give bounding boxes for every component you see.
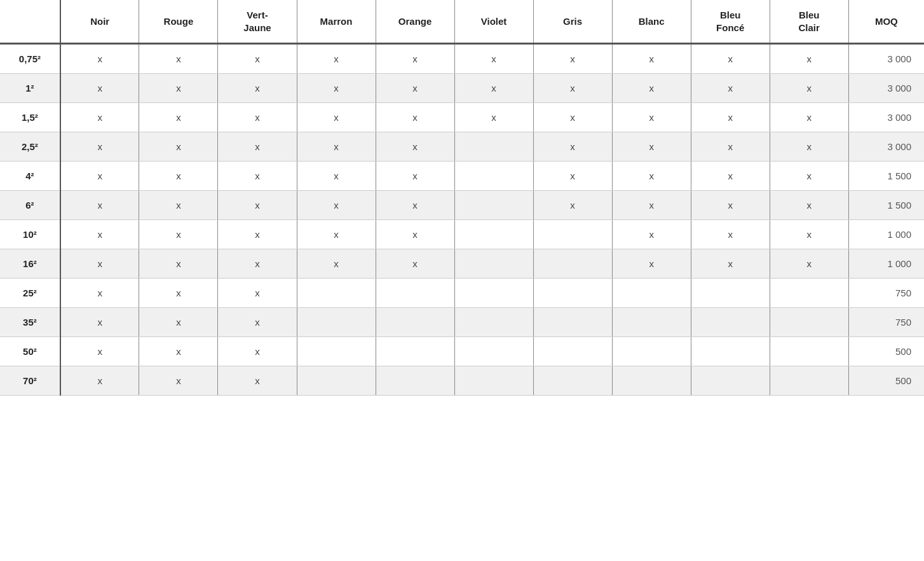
cell-bleu-fonce: [691, 279, 770, 308]
cell-rouge: x: [139, 132, 218, 162]
cell-vert-jaune: x: [218, 191, 297, 220]
header-gris: Gris: [533, 0, 612, 44]
cell-orange: x: [376, 249, 454, 279]
table-row: 35²xxx750: [0, 308, 924, 337]
header-vert-jaune: Vert-Jaune: [218, 0, 297, 44]
cell-orange: [376, 279, 454, 308]
cell-marron: x: [297, 191, 376, 220]
cell-noir: x: [60, 132, 139, 162]
cell-blanc: [612, 308, 691, 337]
cell-vert-jaune: x: [218, 220, 297, 249]
cell-bleu-clair: x: [770, 191, 848, 220]
cell-bleu-clair: x: [770, 74, 848, 103]
cell-bleu-clair: x: [770, 220, 848, 249]
cell-gris: x: [533, 74, 612, 103]
cell-violet: [454, 279, 533, 308]
cell-marron: x: [297, 103, 376, 132]
cell-marron: [297, 337, 376, 366]
cell-gris: x: [533, 103, 612, 132]
table-row: 2,5²xxxxxxxxx3 000: [0, 132, 924, 162]
cell-vert-jaune: x: [218, 337, 297, 366]
cell-vert-jaune: x: [218, 366, 297, 396]
cell-rouge: x: [139, 337, 218, 366]
cell-vert-jaune: x: [218, 279, 297, 308]
header-bleu-clair: BleuClair: [770, 0, 848, 44]
cell-marron: x: [297, 74, 376, 103]
cell-orange: x: [376, 103, 454, 132]
cell-gris: x: [533, 132, 612, 162]
cell-moq: 750: [848, 308, 924, 337]
header-bleu-fonce: BleuFoncé: [691, 0, 770, 44]
cell-vert-jaune: x: [218, 132, 297, 162]
table-row: 1²xxxxxxxxxx3 000: [0, 74, 924, 103]
table-row: 50²xxx500: [0, 337, 924, 366]
cell-marron: [297, 279, 376, 308]
cell-noir: x: [60, 366, 139, 396]
cell-vert-jaune: x: [218, 74, 297, 103]
cell-bleu-fonce: [691, 308, 770, 337]
header-row: Noir Rouge Vert-Jaune Marron Orange Viol…: [0, 0, 924, 44]
row-label: 4²: [0, 162, 60, 191]
cell-noir: x: [60, 220, 139, 249]
cell-orange: x: [376, 162, 454, 191]
table-row: 1,5²xxxxxxxxxx3 000: [0, 103, 924, 132]
row-label: 6²: [0, 191, 60, 220]
cell-violet: x: [454, 44, 533, 74]
cell-vert-jaune: x: [218, 249, 297, 279]
cell-gris: [533, 337, 612, 366]
cell-moq: 1 000: [848, 220, 924, 249]
cell-violet: x: [454, 74, 533, 103]
cell-blanc: x: [612, 191, 691, 220]
cell-noir: x: [60, 74, 139, 103]
cell-bleu-fonce: x: [691, 249, 770, 279]
cell-bleu-fonce: x: [691, 44, 770, 74]
cell-noir: x: [60, 103, 139, 132]
cell-moq: 1 500: [848, 191, 924, 220]
cell-blanc: x: [612, 74, 691, 103]
cell-bleu-fonce: x: [691, 132, 770, 162]
cell-bleu-fonce: x: [691, 191, 770, 220]
cell-bleu-fonce: x: [691, 103, 770, 132]
cell-rouge: x: [139, 220, 218, 249]
cell-orange: x: [376, 220, 454, 249]
cell-blanc: x: [612, 249, 691, 279]
cell-orange: [376, 337, 454, 366]
cell-marron: x: [297, 44, 376, 74]
cell-moq: 3 000: [848, 103, 924, 132]
cell-moq: 3 000: [848, 44, 924, 74]
cell-marron: x: [297, 132, 376, 162]
cell-bleu-clair: [770, 308, 848, 337]
cell-rouge: x: [139, 103, 218, 132]
cell-blanc: x: [612, 44, 691, 74]
cell-marron: [297, 308, 376, 337]
cell-noir: x: [60, 191, 139, 220]
cell-gris: x: [533, 162, 612, 191]
header-marron: Marron: [297, 0, 376, 44]
cell-gris: [533, 308, 612, 337]
cell-moq: 1 500: [848, 162, 924, 191]
header-blanc: Blanc: [612, 0, 691, 44]
cell-orange: x: [376, 74, 454, 103]
header-rouge: Rouge: [139, 0, 218, 44]
cell-gris: x: [533, 191, 612, 220]
cell-marron: x: [297, 162, 376, 191]
cell-rouge: x: [139, 191, 218, 220]
cell-violet: [454, 366, 533, 396]
cell-moq: 3 000: [848, 132, 924, 162]
cell-blanc: [612, 366, 691, 396]
cell-gris: [533, 220, 612, 249]
cell-violet: [454, 249, 533, 279]
cell-bleu-clair: [770, 337, 848, 366]
cell-gris: [533, 249, 612, 279]
cell-violet: [454, 132, 533, 162]
cell-vert-jaune: x: [218, 44, 297, 74]
cell-violet: [454, 162, 533, 191]
row-label: 10²: [0, 220, 60, 249]
header-moq: MOQ: [848, 0, 924, 44]
cell-moq: 1 000: [848, 249, 924, 279]
header-violet: Violet: [454, 0, 533, 44]
cell-noir: x: [60, 44, 139, 74]
cell-rouge: x: [139, 249, 218, 279]
cell-gris: [533, 366, 612, 396]
table-row: 16²xxxxxxxx1 000: [0, 249, 924, 279]
